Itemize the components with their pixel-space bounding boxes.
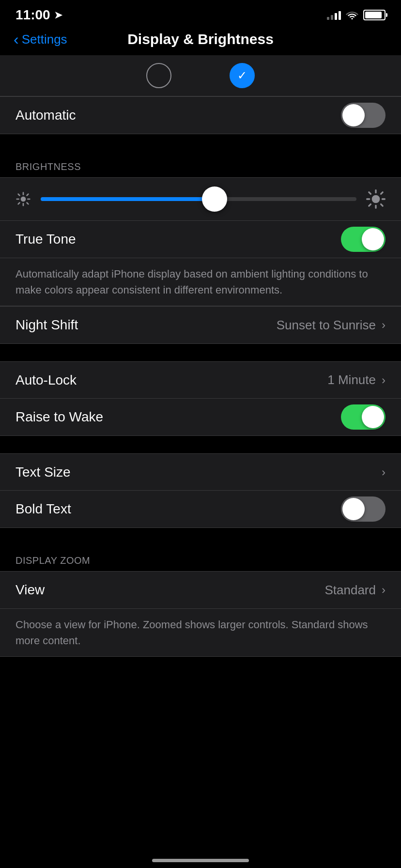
status-time: 11:00 ➤: [15, 7, 62, 23]
night-shift-row[interactable]: Night Shift Sunset to Sunrise ›: [0, 307, 401, 343]
view-right: Standard ›: [324, 583, 386, 598]
svg-line-16: [381, 192, 383, 194]
status-icons: [327, 10, 386, 20]
slider-fill: [41, 197, 215, 201]
chevron-right-icon: ›: [382, 373, 386, 387]
signal-bars-icon: [327, 10, 341, 20]
chevron-right-icon: ›: [382, 465, 386, 479]
true-tone-description: Automatically adapt iPhone display based…: [0, 258, 401, 306]
true-tone-label: True Tone: [15, 232, 76, 247]
auto-lock-label: Auto-Lock: [15, 372, 77, 388]
automatic-label: Automatic: [15, 108, 76, 123]
svg-line-7: [27, 194, 29, 196]
toggle-knob: [342, 498, 365, 520]
svg-line-15: [381, 204, 383, 206]
bold-text-toggle[interactable]: [341, 496, 386, 522]
night-shift-value: Sunset to Sunrise: [277, 318, 376, 333]
auto-lock-right: 1 Minute ›: [327, 372, 386, 388]
brightness-slider[interactable]: [41, 197, 356, 201]
view-description: Choose a view for iPhone. Zoomed shows l…: [0, 609, 401, 657]
spacer-2: [0, 344, 401, 361]
svg-point-9: [372, 195, 380, 203]
bold-text-row: Bold Text: [0, 491, 401, 527]
text-group: Text Size › Bold Text: [0, 453, 401, 528]
status-bar: 11:00 ➤: [0, 0, 401, 27]
nav-bar: ‹ Settings Display & Brightness: [0, 27, 401, 55]
location-icon: ➤: [54, 9, 62, 21]
spacer-4: [0, 528, 401, 545]
text-size-label: Text Size: [15, 465, 71, 480]
dark-mode-option[interactable]: ✓: [230, 63, 255, 88]
view-value: Standard: [324, 583, 376, 598]
text-size-row[interactable]: Text Size ›: [0, 454, 401, 491]
automatic-row: Automatic: [0, 97, 401, 134]
spacer-3: [0, 436, 401, 453]
night-shift-right: Sunset to Sunrise ›: [277, 318, 386, 333]
chevron-right-icon: ›: [382, 318, 386, 332]
svg-line-5: [18, 194, 20, 196]
raise-to-wake-label: Raise to Wake: [15, 409, 103, 425]
raise-to-wake-toggle[interactable]: [341, 404, 386, 430]
svg-line-8: [18, 203, 20, 204]
svg-line-17: [369, 204, 371, 206]
appearance-section: ✓: [0, 55, 401, 96]
checkmark-icon: ✓: [237, 69, 247, 82]
back-button[interactable]: ‹ Settings: [14, 31, 67, 48]
night-shift-group: Night Shift Sunset to Sunrise ›: [0, 306, 401, 344]
true-tone-row: True Tone: [0, 221, 401, 258]
page-title: Display & Brightness: [14, 31, 387, 47]
sun-small-icon: [15, 191, 31, 207]
svg-line-14: [369, 192, 371, 194]
auto-lock-value: 1 Minute: [327, 372, 376, 388]
home-indicator: [152, 859, 249, 862]
light-mode-option[interactable]: [146, 63, 171, 88]
sun-large-icon: [366, 189, 386, 209]
lock-wake-group: Auto-Lock 1 Minute › Raise to Wake: [0, 361, 401, 436]
automatic-toggle[interactable]: [341, 103, 386, 128]
bold-text-label: Bold Text: [15, 501, 71, 517]
true-tone-group: True Tone: [0, 221, 401, 258]
toggle-knob: [362, 406, 384, 428]
wifi-icon: [346, 10, 358, 20]
brightness-section-label: BRIGHTNESS: [0, 152, 401, 177]
toggle-knob: [342, 104, 365, 126]
svg-line-6: [27, 203, 29, 204]
chevron-left-icon: ‹: [14, 31, 19, 48]
view-label: View: [15, 582, 45, 598]
chevron-right-icon: ›: [382, 583, 386, 597]
spacer-1: [0, 134, 401, 152]
text-size-right: ›: [382, 465, 386, 479]
svg-point-0: [21, 197, 26, 202]
display-zoom-group: View Standard ›: [0, 571, 401, 609]
true-tone-toggle[interactable]: [341, 227, 386, 252]
brightness-slider-row: [0, 177, 401, 221]
battery-icon: [363, 10, 386, 20]
view-row[interactable]: View Standard ›: [0, 572, 401, 608]
slider-thumb[interactable]: [202, 186, 227, 212]
raise-to-wake-row: Raise to Wake: [0, 399, 401, 435]
automatic-group: Automatic: [0, 96, 401, 134]
back-label: Settings: [22, 32, 67, 47]
auto-lock-row[interactable]: Auto-Lock 1 Minute ›: [0, 362, 401, 399]
display-zoom-section-label: DISPLAY ZOOM: [0, 545, 401, 571]
toggle-knob: [362, 228, 384, 250]
night-shift-label: Night Shift: [15, 317, 78, 333]
